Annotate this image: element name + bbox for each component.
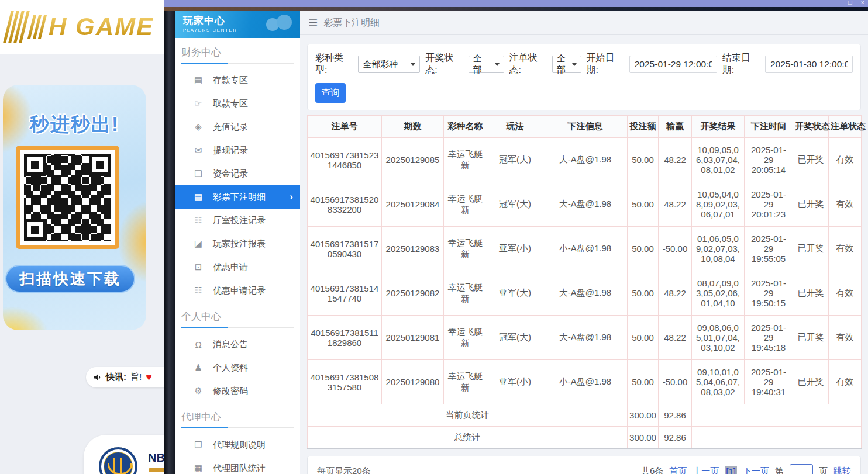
search-button[interactable]: 查询 [315,83,346,103]
page-stats-label: 当前页统计 [308,404,628,427]
banknotes-icon: ❏ [193,168,204,179]
money-bag-icon: ◈ [193,122,204,132]
cell-bet-info: 大-A盘@1.98 [543,182,628,227]
sidebar-item-hall-bet-records[interactable]: ☷ 厅室投注记录 [175,209,300,232]
start-date-input[interactable] [629,56,717,73]
sidebar-item-label: 资金记录 [213,168,248,179]
cell-result: 01,06,05,09,02,07,03,10,08,04 [692,227,745,271]
qr-finder-icon [24,154,46,176]
table-row: 401569173815111829860 20250129081 幸运飞艇新 … [308,316,862,360]
cell-draw-status: 已开奖 [793,227,829,271]
cell-amount: 50.00 [628,271,659,316]
cell-draw-status: 已开奖 [793,360,829,404]
sidebar-item-label: 优惠申请记录 [213,285,266,296]
end-date-input[interactable] [765,56,853,73]
window-titlebar: □ × [164,0,868,7]
draw-status-value: 全部 [473,53,490,75]
prev-page-link[interactable]: 上一页 [693,466,719,474]
nba-card-subtitle-bar [149,468,164,472]
gift-ticket-icon: ⊡ [193,262,204,272]
cell-order-no: 401569173815208332200 [308,182,382,227]
col-header: 玩法 [487,116,543,138]
per-page-label: 每页显示20条 [317,466,371,474]
sidebar-item-deposit[interactable]: ▤ 存款专区 [175,68,300,92]
first-page-link[interactable]: 首页 [669,466,687,474]
cell-draw-status: 已开奖 [793,138,829,182]
col-header: 期数 [382,116,444,138]
page-stats-win-loss: 92.86 [659,404,692,427]
sidebar-item-withdrawal-records[interactable]: ✉ 提现记录 [175,139,300,162]
cell-order-no: 401569173815083157580 [308,360,382,404]
sidebar-item-lottery-bet-details[interactable]: ▤ 彩票下注明细 › [175,185,300,209]
close-icon[interactable]: × [861,0,864,6]
cell-order-no: 401569173815231446850 [308,138,382,182]
draw-status-label: 开奖状态: [425,52,463,77]
cell-play: 亚军(小) [487,360,543,404]
sidebar-item-agent-team-stats[interactable]: ▦ 代理团队统计 [175,456,300,474]
nba-card-title: NB [148,451,164,465]
section-underline [181,327,294,328]
chevron-down-icon [495,63,500,66]
lottery-type-value: 全部彩种 [363,59,398,70]
page-top-strip [164,7,868,11]
sidebar-item-agent-rules[interactable]: ❒ 代理规则说明 [175,433,300,456]
cell-win-loss: 48.22 [659,316,692,360]
col-header: 开奖结果 [692,116,745,138]
cell-order-status: 有效 [829,360,862,404]
sidebar-item-notices[interactable]: Ω 消息公告 [175,333,300,356]
sidebar-item-change-password[interactable]: ⚙ 修改密码 [175,379,300,403]
jump-prefix-label: 第 [775,466,784,474]
gamepad-graphic [266,15,292,32]
draw-status-select[interactable]: 全部 [469,56,504,73]
cell-result: 10,05,04,08,09,02,03,06,07,01 [692,182,745,227]
cell-lottery: 幸运飞艇新 [444,271,487,316]
scan-download-button[interactable]: 扫描快速下载 [5,265,135,293]
table-row: 401569173815170590430 20250129083 幸运飞艇新 … [308,227,862,271]
cell-period: 20250129080 [382,360,444,404]
lottery-type-select[interactable]: 全部彩种 [358,56,420,73]
order-status-value: 全部 [557,53,567,75]
order-status-label: 注单状态: [509,52,547,77]
sidebar-item-player-bet-report[interactable]: ◪ 玩家投注报表 [175,232,300,255]
table-header-row: 注单号 期数 彩种名称 玩法 下注信息 投注额 输赢 开奖结果 下注时间 开奖状… [308,116,862,138]
sidebar-item-promo-apply-records[interactable]: ☷ 优惠申请记录 [175,279,300,302]
page-stats-row: 当前页统计 300.00 92.86 [308,404,862,427]
jump-link[interactable]: 跳转 [833,466,851,474]
table-row: 401569173815208332200 20250129084 幸运飞艇新 … [308,182,862,227]
cell-order-status: 有效 [829,271,862,316]
nba-card[interactable]: NB [84,435,164,474]
sidebar-item-label: 玩家投注报表 [213,238,266,250]
main-content: ☰ 彩票下注明细 彩种类型: 全部彩种 开奖状态: 全部 注单状态: [300,11,868,474]
sidebar-item-withdraw[interactable]: ☞ 取款专区 [175,92,300,115]
sidebar-item-label: 提现记录 [213,145,248,156]
table-row: 401569173815141547740 20250129082 幸运飞艇新 … [308,271,862,316]
col-header: 注单号 [308,116,382,138]
cell-bet-time: 2025-01-29 20:05:14 [745,138,793,182]
next-page-link[interactable]: 下一页 [743,466,769,474]
cell-period: 20250129081 [382,316,444,360]
hamburger-menu-icon[interactable]: ☰ [308,16,318,29]
cell-play: 亚军(小) [487,227,543,271]
sidebar-item-profile[interactable]: ♟ 个人资料 [175,356,300,379]
order-status-select[interactable]: 全部 [552,56,581,73]
sidebar-item-label: 彩票下注明细 [213,192,266,203]
sidebar-header: 玩家中心 PLAYERS CENTER [175,11,300,38]
page-stats-empty [692,404,862,427]
cell-result: 08,07,09,03,05,02,06,01,04,10 [692,271,745,316]
cell-order-status: 有效 [829,316,862,360]
sidebar-item-funds-records[interactable]: ❏ 资金记录 [175,162,300,185]
speaker-icon [93,373,102,382]
sidebar-item-label: 修改密码 [213,386,248,397]
cell-play: 冠军(大) [487,138,543,182]
section-underline [181,63,294,64]
cell-bet-time: 2025-01-29 19:40:31 [745,360,793,404]
cell-result: 10,09,05,06,03,07,04,08,01,02 [692,138,745,182]
sidebar-item-recharge-records[interactable]: ◈ 充值记录 [175,115,300,139]
page-jump-input[interactable] [790,464,813,474]
sidebar-item-promo-apply[interactable]: ⊡ 优惠申请 [175,255,300,279]
maximize-icon[interactable]: □ [848,0,852,6]
lottery-type-label: 彩种类型: [315,52,353,77]
cell-order-no: 401569173815170590430 [308,227,382,271]
jump-suffix-label: 页 [819,466,828,474]
section-personal: 个人中心 [181,310,294,328]
